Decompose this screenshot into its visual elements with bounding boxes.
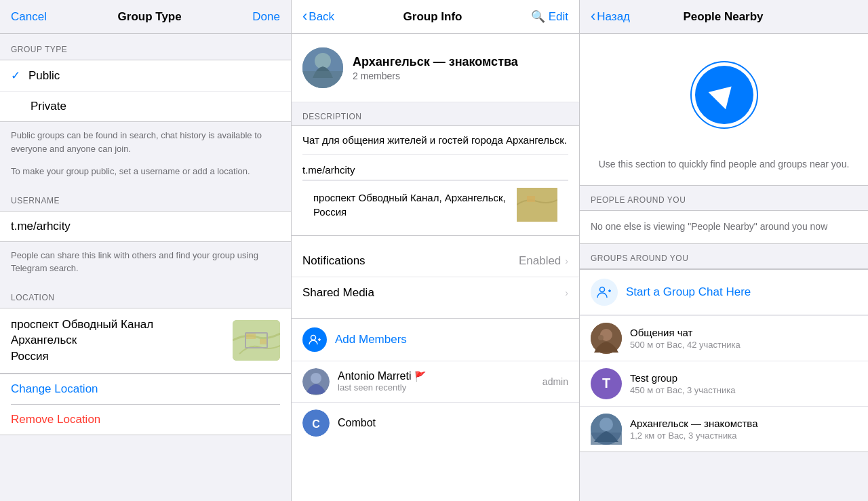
done-button[interactable]: Done <box>252 10 280 24</box>
chevron-left-icon <box>302 9 307 24</box>
group-item-1[interactable]: T Test group 450 м от Вас, 3 участника <box>580 361 868 407</box>
group-location-text: проспект Обводный Канал, Архангельск, Ро… <box>313 191 517 219</box>
username-value: t.me/arhcity <box>11 220 71 233</box>
public-info-text2: To make your group public, set a usernam… <box>0 162 291 185</box>
group-avatar-1: T <box>591 368 622 399</box>
notifications-value: Enabled <box>519 254 561 268</box>
notifications-row[interactable]: Notifications Enabled › <box>292 245 579 277</box>
start-group-chat-row[interactable]: Start a Group Chat Here <box>580 269 868 315</box>
groups-around-header: GROUPS AROUND YOU <box>580 244 868 268</box>
username-info: People can share this link with others a… <box>0 242 291 282</box>
panel2-title: Group Info <box>403 10 462 24</box>
groups-list: Start a Group Chat Here Общения чат 500 … <box>580 268 868 452</box>
location-header: LOCATION <box>0 282 291 308</box>
group-name-0: Общения чат <box>630 327 741 338</box>
public-info-text1: Public groups can be found in search, ch… <box>0 122 291 162</box>
group-info-1: Test group 450 м от Вас, 3 участника <box>630 372 735 395</box>
location-text-block: проспект Обводный Канал Архангельск Росс… <box>11 317 233 365</box>
group-avatar-2 <box>591 414 622 445</box>
svg-rect-2 <box>260 339 267 344</box>
group-sub-0: 500 м от Вас, 42 участника <box>630 340 741 350</box>
add-members-row[interactable]: Add Members <box>292 318 579 361</box>
group-info-text: Архангельск — знакомства 2 members <box>353 55 518 81</box>
chevron-left-icon2 <box>591 9 595 24</box>
panel1-title: Group Type <box>118 10 182 24</box>
group-name-1: Test group <box>630 372 735 384</box>
username-header: USERNAME <box>0 185 291 211</box>
edit-button[interactable]: 🔍 Edit <box>531 9 568 24</box>
settings-rows: Notifications Enabled › Shared Media › <box>292 245 579 308</box>
description-section: Чат для общения жителей и гостей города … <box>292 125 579 236</box>
option-public-label: Public <box>28 69 60 83</box>
location-arrow-icon <box>708 78 740 110</box>
svg-point-12 <box>311 373 321 384</box>
group-avatar-0 <box>591 323 622 354</box>
shared-media-row[interactable]: Shared Media › <box>292 277 579 308</box>
member-name-combot: Combot <box>338 417 568 429</box>
group-location-row: проспект Обводный Канал, Архангельск, Ро… <box>302 180 568 228</box>
svg-point-8 <box>311 335 316 340</box>
group-item-0[interactable]: Общения чат 500 м от Вас, 42 участника <box>580 315 868 361</box>
svg-point-15 <box>600 287 605 292</box>
member-row-antonio[interactable]: Antonio Marreti 🚩 last seen recently adm… <box>292 361 579 403</box>
member-name-antonio: Antonio Marreti 🚩 <box>338 370 542 382</box>
location-line1: проспект Обводный Канал <box>11 317 233 333</box>
panel2-back-button[interactable]: Back <box>302 9 334 24</box>
group-type-header: GROUP TYPE <box>0 34 291 60</box>
location-icon-area <box>580 34 868 149</box>
username-row: t.me/arhcity <box>0 211 291 242</box>
svg-rect-7 <box>527 196 535 202</box>
group-avatar <box>302 47 343 88</box>
group-link: t.me/arhcity <box>302 160 568 180</box>
member-avatar-combot: C <box>302 409 330 437</box>
check-icon: ✓ <box>11 68 20 83</box>
group-avatar-image <box>302 47 343 88</box>
member-info-combot: Combot <box>338 417 568 429</box>
group-location-map <box>517 188 557 222</box>
svg-rect-6 <box>517 188 557 222</box>
shared-media-label: Shared Media <box>302 286 565 300</box>
cancel-button[interactable]: Cancel <box>11 10 47 24</box>
option-public[interactable]: ✓ Public <box>0 60 291 92</box>
desc-divider <box>302 154 568 155</box>
svg-rect-0 <box>233 320 280 361</box>
location-section: проспект Обводный Канал Архангельск Росс… <box>0 308 291 374</box>
change-location-button[interactable]: Change Location <box>0 374 291 404</box>
group-sub-1: 450 м от Вас, 3 участника <box>630 385 735 395</box>
chevron-right-icon2: › <box>565 287 568 298</box>
svg-text:C: C <box>312 418 320 429</box>
panel3-title: People Nearby <box>683 10 763 24</box>
panel2-navbar: Back Group Info 🔍 Edit <box>292 0 579 34</box>
svg-point-22 <box>599 418 613 431</box>
location-line2: Архангельск <box>11 332 233 348</box>
panel-people-nearby: Назад People Nearby Use this section to … <box>580 0 868 501</box>
option-private[interactable]: Private <box>0 92 291 121</box>
description-text: Чат для общения жителей и гостей города … <box>302 133 568 148</box>
panel-group-info: Back Group Info 🔍 Edit Архангельск — зна… <box>292 0 580 501</box>
group-info-0: Общения чат 500 м от Вас, 42 участника <box>630 327 741 350</box>
panel3-back-label: Назад <box>597 10 630 24</box>
start-group-label: Start a Group Chat Here <box>626 285 751 299</box>
chevron-right-icon: › <box>565 256 568 266</box>
notifications-label: Notifications <box>302 254 519 268</box>
people-around-header: PEOPLE AROUND YOU <box>580 186 868 210</box>
svg-point-20 <box>598 335 604 340</box>
svg-rect-5 <box>302 71 343 88</box>
panel-group-type: Cancel Group Type Done GROUP TYPE ✓ Publ… <box>0 0 292 501</box>
people-nearby-description: Use this section to quickly find people … <box>580 149 868 186</box>
panel3-back-button[interactable]: Назад <box>591 9 630 24</box>
panel2-back-label: Back <box>309 10 334 24</box>
member-row-combot[interactable]: C Combot <box>292 403 579 443</box>
location-actions: Change Location Remove Location <box>0 374 291 435</box>
member-role-antonio: admin <box>542 376 568 387</box>
flag-icon: 🚩 <box>414 371 426 382</box>
group-item-2[interactable]: Архангельск — знакомства 1,2 км от Вас, … <box>580 407 868 452</box>
group-info-2: Архангельск — знакомства 1,2 км от Вас, … <box>630 418 758 441</box>
option-private-label: Private <box>11 100 66 113</box>
member-info-antonio: Antonio Marreti 🚩 last seen recently <box>338 370 542 393</box>
location-map-thumbnail <box>233 320 280 361</box>
group-avatar-letter-1: T <box>602 376 610 391</box>
remove-location-button[interactable]: Remove Location <box>0 405 291 435</box>
description-section-wrapper: DESCRIPTION Чат для общения жителей и го… <box>292 102 579 236</box>
search-icon: 🔍 <box>531 10 545 23</box>
